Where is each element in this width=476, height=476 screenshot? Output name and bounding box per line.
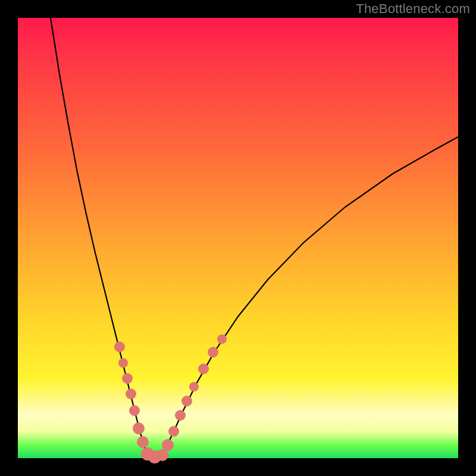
watermark-text: TheBottleneck.com (356, 1, 470, 17)
right-curve (161, 137, 458, 457)
right-dots-group (156, 334, 227, 461)
scatter-dot (217, 334, 227, 344)
scatter-dot (118, 358, 128, 368)
scatter-dot (162, 439, 174, 451)
chart-frame: TheBottleneck.com (0, 0, 476, 476)
scatter-dot (156, 449, 168, 461)
left-dots-group (114, 342, 161, 464)
scatter-dot (208, 347, 218, 358)
scatter-dot (126, 389, 136, 399)
scatter-dot (129, 405, 140, 416)
scatter-dot (137, 436, 149, 448)
scatter-dot (175, 410, 186, 421)
scatter-dot (114, 342, 125, 352)
scatter-dot (189, 382, 199, 392)
scatter-dot (198, 364, 209, 374)
chart-svg (18, 18, 458, 458)
scatter-dot (181, 396, 192, 406)
scatter-dot (168, 426, 179, 437)
scatter-dot (133, 422, 145, 434)
scatter-dot (122, 373, 133, 384)
plot-area (18, 18, 458, 458)
